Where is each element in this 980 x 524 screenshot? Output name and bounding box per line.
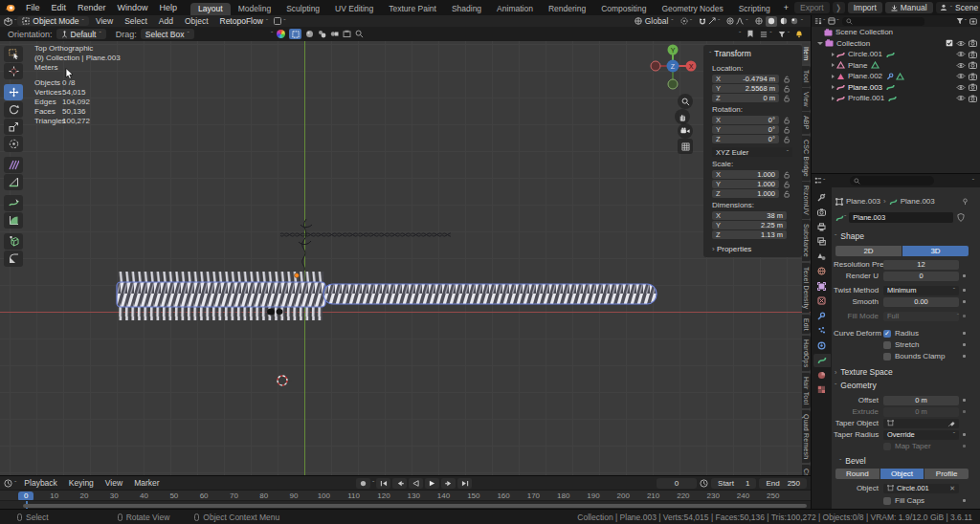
- clear-icon[interactable]: ✕: [949, 485, 955, 492]
- rotation-y-field[interactable]: Y0°: [712, 125, 779, 134]
- checkbox-icon[interactable]: [946, 39, 953, 47]
- outliner-search-input[interactable]: [842, 17, 924, 26]
- clock-icon[interactable]: [700, 479, 708, 488]
- next-keyframe-button[interactable]: [441, 478, 456, 489]
- play-reverse-button[interactable]: [409, 478, 423, 489]
- tab-particles[interactable]: [813, 324, 831, 338]
- camera-icon[interactable]: [969, 83, 977, 91]
- eye-icon[interactable]: [956, 62, 966, 69]
- tool-measure[interactable]: [4, 174, 23, 190]
- eye-icon[interactable]: [956, 51, 966, 57]
- topbar-menu[interactable]: File: [20, 3, 46, 12]
- topbar-menu[interactable]: Edit: [46, 3, 73, 12]
- tab-material[interactable]: [813, 368, 831, 382]
- camera-icon[interactable]: [969, 61, 977, 69]
- fake-user-shield-icon[interactable]: [953, 213, 969, 222]
- smooth-field[interactable]: 0.00: [883, 297, 959, 307]
- workspace-tab[interactable]: Compositing: [593, 3, 654, 15]
- bevel-profile-button[interactable]: Profile: [924, 469, 969, 479]
- editor-type-icon[interactable]: ˆ: [814, 177, 825, 185]
- n-panel-tab[interactable]: HardOps: [802, 336, 811, 371]
- select-mode-active-icon[interactable]: [289, 29, 301, 39]
- filter-icon[interactable]: ˆ: [956, 17, 967, 25]
- tab-scene[interactable]: [813, 250, 831, 264]
- outliner-row-scene-collection[interactable]: Scene Collection: [812, 27, 980, 38]
- transform-panel-title[interactable]: ˇTransform: [709, 49, 751, 58]
- list-icon[interactable]: ˆ: [760, 31, 771, 38]
- fill-caps-checkbox[interactable]: [883, 497, 891, 505]
- tab-world[interactable]: [813, 265, 831, 279]
- record-button[interactable]: [356, 478, 370, 489]
- tool-rotate[interactable]: [4, 101, 23, 118]
- retopoflow-menu[interactable]: RetopoFlowˆ: [215, 16, 274, 26]
- outliner-row[interactable]: Circle.001: [812, 49, 980, 60]
- workspace-tab[interactable]: Scripting: [731, 3, 778, 15]
- n-panel-tab[interactable]: Create: [802, 465, 811, 475]
- tab-object-data[interactable]: [813, 354, 831, 368]
- tab-physics[interactable]: [813, 295, 831, 309]
- taper-object-field[interactable]: [883, 419, 959, 428]
- geometry-panel-header[interactable]: ˇGeometry: [832, 380, 980, 391]
- viewport-menu[interactable]: Select: [119, 16, 153, 26]
- tool-select-box[interactable]: [4, 46, 23, 62]
- notification-bell-icon[interactable]: [795, 30, 803, 38]
- camera-icon[interactable]: [969, 95, 977, 102]
- n-panel-tab[interactable]: Quad Remesh: [802, 410, 811, 463]
- lock-icon[interactable]: [784, 125, 791, 134]
- scene-selector[interactable]: ˆ Scene ✕: [936, 2, 980, 13]
- shape-panel-header[interactable]: ˇShape: [832, 230, 980, 242]
- options-icon[interactable]: ˆ: [972, 178, 977, 185]
- lock-icon[interactable]: [784, 84, 791, 93]
- location-z-field[interactable]: Z0 m: [712, 94, 779, 102]
- tool-cursor[interactable]: [4, 63, 23, 79]
- outliner-row-active[interactable]: Plane.003: [812, 82, 980, 94]
- eye-icon[interactable]: [956, 95, 966, 101]
- radius-checkbox[interactable]: ✓: [883, 330, 891, 338]
- 3d-button[interactable]: 3D: [902, 246, 969, 256]
- tab-constraints[interactable]: [813, 338, 831, 353]
- play-button[interactable]: [425, 478, 439, 489]
- tab-modifiers[interactable]: [813, 309, 831, 323]
- pivot-point-icon[interactable]: ˆ: [680, 17, 692, 25]
- timeline-menu[interactable]: Keying: [63, 478, 100, 488]
- bevel-object-button[interactable]: Object: [880, 469, 925, 479]
- name-field[interactable]: Plane.003: [849, 212, 953, 223]
- workspace-tab[interactable]: Sculpting: [278, 3, 327, 15]
- scale-y-field[interactable]: Y1.000: [712, 180, 779, 188]
- n-panel-tab[interactable]: RizomUV: [802, 182, 811, 219]
- lock-icon[interactable]: [784, 189, 791, 198]
- blender-logo-icon[interactable]: [0, 4, 20, 12]
- retopoflow-tools[interactable]: ˆ: [274, 17, 285, 25]
- dimensions-z-field[interactable]: Z1.13 m: [712, 230, 787, 239]
- camera-view-icon[interactable]: [678, 123, 693, 139]
- lock-icon[interactable]: [784, 180, 791, 188]
- mode-icon-2[interactable]: [305, 30, 314, 38]
- outliner-row[interactable]: Plane: [812, 60, 980, 72]
- outliner-row[interactable]: Profile.001: [812, 93, 980, 104]
- drag-value-dropdown[interactable]: Select Boxˆ: [141, 29, 194, 39]
- tab-render[interactable]: [813, 206, 831, 220]
- camera-icon[interactable]: [969, 51, 977, 58]
- jump-start-button[interactable]: [376, 478, 390, 489]
- dimensions-x-field[interactable]: X38 m: [712, 211, 787, 220]
- lock-icon[interactable]: [784, 170, 791, 179]
- taper-radius-dropdown[interactable]: Overrideˇ: [883, 430, 959, 440]
- mode-icon-5[interactable]: [343, 30, 351, 38]
- topbar-menu[interactable]: Help: [154, 3, 184, 12]
- outliner-row-collection[interactable]: Collection: [812, 38, 980, 50]
- pin-icon[interactable]: [962, 198, 969, 206]
- workspace-tab[interactable]: Modeling: [231, 3, 279, 15]
- workspace-tab[interactable]: Rendering: [541, 3, 593, 15]
- color-wheel-icon[interactable]: [277, 30, 285, 38]
- editor-type-icon[interactable]: ˆ: [814, 17, 825, 25]
- rotation-mode-dropdown[interactable]: XYZ Eulerˇ: [712, 147, 792, 157]
- chevron-icon[interactable]: ˆ: [271, 31, 273, 37]
- tab-output[interactable]: [813, 220, 831, 234]
- tool-scale[interactable]: [4, 119, 23, 135]
- location-y-field[interactable]: Y2.5568 m: [712, 84, 779, 93]
- new-collection-icon[interactable]: [969, 17, 977, 25]
- viewport-canvas[interactable]: Top Orthographic (0) Collection | Plane.…: [0, 41, 811, 475]
- tab-view-layer[interactable]: [813, 235, 831, 250]
- mode-selector[interactable]: Object Modeˆ: [17, 16, 89, 26]
- workspace-tab[interactable]: UV Editing: [327, 3, 381, 15]
